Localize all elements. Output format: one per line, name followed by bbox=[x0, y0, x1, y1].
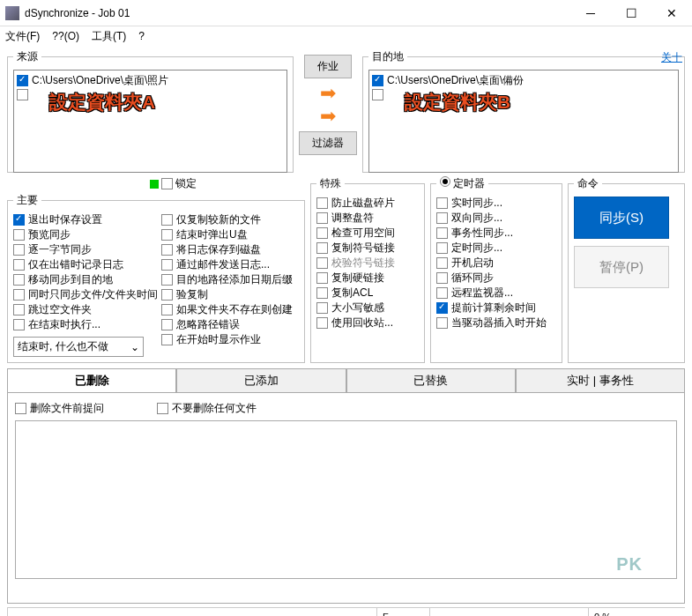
opt-save-log[interactable] bbox=[161, 244, 173, 256]
watermark: PK bbox=[616, 554, 643, 575]
main-options-group: 主要 退出时保存设置 预览同步 逐一字节同步 仅在出错时记录日志 移动同步到目的… bbox=[7, 193, 305, 363]
tm-boot[interactable] bbox=[436, 257, 448, 269]
sp-hardlink[interactable] bbox=[316, 272, 328, 284]
chevron-down-icon: ⌄ bbox=[130, 341, 139, 353]
dest-empty-checkbox[interactable] bbox=[372, 89, 383, 100]
opt-byte-sync[interactable] bbox=[13, 244, 25, 256]
source-path-checkbox[interactable] bbox=[17, 75, 28, 86]
dest-list[interactable]: C:\Users\OneDrive\桌面\備份 設定資料夾B bbox=[368, 70, 679, 173]
opt-log-errors[interactable] bbox=[13, 259, 25, 271]
opt-move-sync[interactable] bbox=[13, 274, 25, 286]
dest-path: C:\Users\OneDrive\桌面\備份 bbox=[387, 73, 524, 88]
sp-recycle-bin[interactable] bbox=[316, 317, 328, 329]
lock-checkbox[interactable] bbox=[161, 178, 173, 189]
dest-path-checkbox[interactable] bbox=[372, 75, 383, 86]
opt-skip-empty[interactable] bbox=[13, 304, 25, 315]
opt-date-suffix[interactable] bbox=[161, 274, 173, 286]
maximize-button[interactable]: ☐ bbox=[611, 0, 651, 26]
menu-unknown[interactable]: ??(O) bbox=[52, 30, 79, 42]
menu-help[interactable]: ? bbox=[138, 30, 145, 42]
command-legend: 命令 bbox=[574, 176, 602, 191]
tab-realtime[interactable]: 实时 | 事务性 bbox=[516, 368, 685, 392]
status-progress: 0 % bbox=[588, 608, 685, 616]
opt-eject-usb[interactable] bbox=[161, 229, 173, 241]
arrow-right-icon: ➡ bbox=[320, 108, 336, 124]
opt-no-delete[interactable] bbox=[157, 403, 168, 414]
sp-no-frag[interactable] bbox=[316, 197, 328, 209]
opt-verify-copy[interactable] bbox=[161, 289, 173, 301]
opt-prompt-delete[interactable] bbox=[15, 403, 26, 414]
status-led-icon bbox=[150, 180, 159, 189]
opt-show-job-start[interactable] bbox=[161, 334, 173, 345]
sp-copy-symlink[interactable] bbox=[316, 242, 328, 254]
menu-tools[interactable]: 工具(T) bbox=[92, 29, 126, 44]
annotation-a: 設定資料夾A bbox=[49, 90, 155, 115]
window-title: dSynchronize - Job 01 bbox=[25, 7, 570, 19]
opt-ignore-path-err[interactable] bbox=[161, 319, 173, 330]
opt-run-on-end[interactable] bbox=[13, 319, 25, 330]
status-f: F bbox=[376, 608, 429, 616]
source-list[interactable]: C:\Users\OneDrive\桌面\照片 設定資料夾A bbox=[13, 70, 287, 173]
command-group: 命令 同步(S) 暂停(P) bbox=[568, 176, 685, 363]
tm-bidir[interactable] bbox=[436, 212, 448, 224]
menu-file[interactable]: 文件(F) bbox=[5, 29, 40, 44]
timer-radio[interactable] bbox=[440, 176, 450, 187]
lock-label: 锁定 bbox=[175, 176, 197, 191]
source-legend: 来源 bbox=[13, 49, 41, 64]
sp-verify-symlink bbox=[316, 257, 328, 269]
main-legend: 主要 bbox=[13, 193, 41, 208]
special-group: 特殊 防止磁盘碎片 调整盘符 检查可用空间 复制符号链接 校验符号链接 复制硬链… bbox=[310, 176, 425, 363]
sync-button[interactable]: 同步(S) bbox=[574, 197, 669, 239]
sp-check-space[interactable] bbox=[316, 227, 328, 239]
arrow-right-icon: ➡ bbox=[320, 85, 336, 101]
opt-email-log[interactable] bbox=[161, 259, 173, 271]
opt-create-folder[interactable] bbox=[161, 304, 173, 315]
job-button[interactable]: 作业 bbox=[304, 55, 352, 78]
tab-deleted[interactable]: 已删除 bbox=[7, 368, 176, 392]
tm-realtime[interactable] bbox=[436, 197, 448, 209]
sp-copy-acl[interactable] bbox=[316, 287, 328, 299]
filter-button[interactable]: 过滤器 bbox=[299, 131, 357, 155]
annotation-b: 設定資料夾B bbox=[405, 90, 510, 115]
end-action-select[interactable]: 结束时, 什么也不做⌄ bbox=[13, 337, 144, 357]
source-empty-checkbox[interactable] bbox=[17, 89, 28, 100]
tab-panel: 删除文件前提问 不要删除任何文件 PK bbox=[7, 392, 685, 604]
tm-remote-mon[interactable] bbox=[436, 287, 448, 299]
tm-on-drive-insert[interactable] bbox=[436, 317, 448, 329]
dest-group: 关十 目的地 C:\Users\OneDrive\桌面\備份 設定資料夾B bbox=[362, 49, 685, 173]
tab-replaced[interactable]: 已替换 bbox=[346, 368, 516, 392]
source-path: C:\Users\OneDrive\桌面\照片 bbox=[32, 73, 168, 88]
app-icon bbox=[5, 6, 19, 20]
source-group: 来源 C:\Users\OneDrive\桌面\照片 設定資料夾A bbox=[7, 49, 294, 173]
opt-preview[interactable] bbox=[13, 229, 25, 241]
close-link[interactable]: 关十 bbox=[661, 50, 682, 65]
timer-group: 定时器 实时同步... 双向同步... 事务性同步... 定时同步... 开机启… bbox=[430, 176, 562, 363]
pause-button[interactable]: 暂停(P) bbox=[574, 246, 669, 288]
opt-sync-time[interactable] bbox=[13, 289, 25, 301]
minimize-button[interactable]: ─ bbox=[570, 0, 611, 26]
special-legend: 特殊 bbox=[316, 176, 345, 191]
tm-scheduled[interactable] bbox=[436, 242, 448, 254]
tm-precalc[interactable] bbox=[436, 302, 448, 314]
tab-added[interactable]: 已添加 bbox=[176, 368, 346, 392]
close-button[interactable]: ✕ bbox=[651, 0, 692, 26]
opt-save-on-exit[interactable] bbox=[13, 214, 25, 226]
status-bar: F 0 % bbox=[7, 607, 685, 616]
tm-loop[interactable] bbox=[436, 272, 448, 284]
log-area[interactable]: PK bbox=[15, 420, 677, 579]
dest-legend: 目的地 bbox=[368, 49, 407, 64]
sp-case-sensitive[interactable] bbox=[316, 302, 328, 314]
opt-copy-newer[interactable] bbox=[161, 214, 173, 226]
sp-adjust-drive[interactable] bbox=[316, 212, 328, 224]
tm-transactional[interactable] bbox=[436, 227, 448, 239]
